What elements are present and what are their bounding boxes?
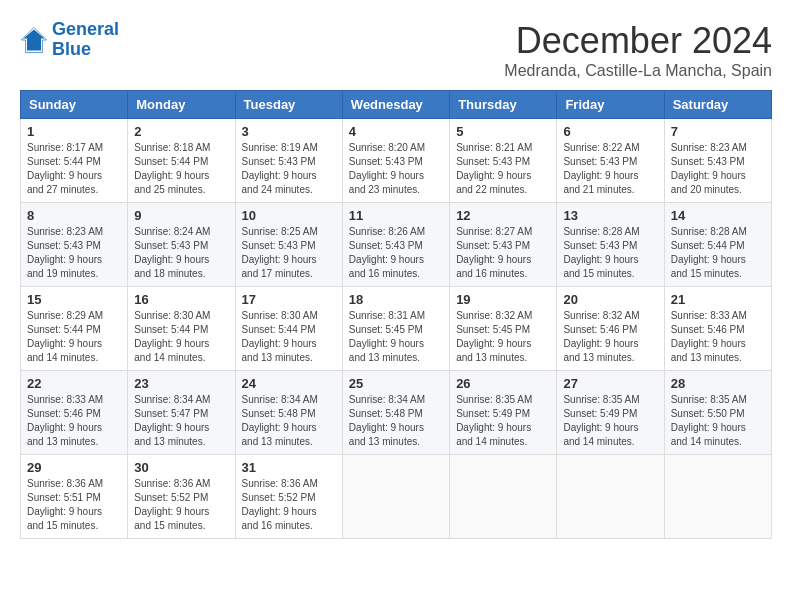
day-info: Sunrise: 8:34 AM Sunset: 5:47 PM Dayligh… — [134, 393, 228, 449]
day-number: 22 — [27, 376, 121, 391]
day-number: 15 — [27, 292, 121, 307]
calendar-cell: 20 Sunrise: 8:32 AM Sunset: 5:46 PM Dayl… — [557, 287, 664, 371]
day-info: Sunrise: 8:21 AM Sunset: 5:43 PM Dayligh… — [456, 141, 550, 197]
calendar-header-tuesday: Tuesday — [235, 91, 342, 119]
day-number: 28 — [671, 376, 765, 391]
calendar-cell: 7 Sunrise: 8:23 AM Sunset: 5:43 PM Dayli… — [664, 119, 771, 203]
day-number: 17 — [242, 292, 336, 307]
calendar-cell: 2 Sunrise: 8:18 AM Sunset: 5:44 PM Dayli… — [128, 119, 235, 203]
day-info: Sunrise: 8:32 AM Sunset: 5:46 PM Dayligh… — [563, 309, 657, 365]
day-number: 21 — [671, 292, 765, 307]
day-info: Sunrise: 8:34 AM Sunset: 5:48 PM Dayligh… — [242, 393, 336, 449]
day-number: 14 — [671, 208, 765, 223]
calendar-week-1: 1 Sunrise: 8:17 AM Sunset: 5:44 PM Dayli… — [21, 119, 772, 203]
calendar-week-2: 8 Sunrise: 8:23 AM Sunset: 5:43 PM Dayli… — [21, 203, 772, 287]
calendar-cell: 10 Sunrise: 8:25 AM Sunset: 5:43 PM Dayl… — [235, 203, 342, 287]
page-header: General Blue December 2024 Medranda, Cas… — [20, 20, 772, 80]
calendar-cell: 22 Sunrise: 8:33 AM Sunset: 5:46 PM Dayl… — [21, 371, 128, 455]
calendar-cell: 14 Sunrise: 8:28 AM Sunset: 5:44 PM Dayl… — [664, 203, 771, 287]
calendar-cell: 13 Sunrise: 8:28 AM Sunset: 5:43 PM Dayl… — [557, 203, 664, 287]
calendar-cell — [450, 455, 557, 539]
calendar-cell — [557, 455, 664, 539]
calendar-cell: 3 Sunrise: 8:19 AM Sunset: 5:43 PM Dayli… — [235, 119, 342, 203]
calendar-week-4: 22 Sunrise: 8:33 AM Sunset: 5:46 PM Dayl… — [21, 371, 772, 455]
calendar-cell: 9 Sunrise: 8:24 AM Sunset: 5:43 PM Dayli… — [128, 203, 235, 287]
svg-marker-0 — [24, 29, 45, 50]
day-number: 26 — [456, 376, 550, 391]
calendar-header-sunday: Sunday — [21, 91, 128, 119]
day-info: Sunrise: 8:17 AM Sunset: 5:44 PM Dayligh… — [27, 141, 121, 197]
day-number: 18 — [349, 292, 443, 307]
day-info: Sunrise: 8:26 AM Sunset: 5:43 PM Dayligh… — [349, 225, 443, 281]
logo: General Blue — [20, 20, 119, 60]
day-number: 25 — [349, 376, 443, 391]
day-info: Sunrise: 8:27 AM Sunset: 5:43 PM Dayligh… — [456, 225, 550, 281]
logo-line2: Blue — [52, 39, 91, 59]
day-number: 4 — [349, 124, 443, 139]
calendar-cell: 8 Sunrise: 8:23 AM Sunset: 5:43 PM Dayli… — [21, 203, 128, 287]
calendar-cell: 31 Sunrise: 8:36 AM Sunset: 5:52 PM Dayl… — [235, 455, 342, 539]
calendar-cell — [664, 455, 771, 539]
calendar-week-3: 15 Sunrise: 8:29 AM Sunset: 5:44 PM Dayl… — [21, 287, 772, 371]
day-info: Sunrise: 8:19 AM Sunset: 5:43 PM Dayligh… — [242, 141, 336, 197]
day-info: Sunrise: 8:36 AM Sunset: 5:52 PM Dayligh… — [134, 477, 228, 533]
day-info: Sunrise: 8:31 AM Sunset: 5:45 PM Dayligh… — [349, 309, 443, 365]
calendar-body: 1 Sunrise: 8:17 AM Sunset: 5:44 PM Dayli… — [21, 119, 772, 539]
day-number: 31 — [242, 460, 336, 475]
calendar-table: SundayMondayTuesdayWednesdayThursdayFrid… — [20, 90, 772, 539]
calendar-week-5: 29 Sunrise: 8:36 AM Sunset: 5:51 PM Dayl… — [21, 455, 772, 539]
calendar-cell: 16 Sunrise: 8:30 AM Sunset: 5:44 PM Dayl… — [128, 287, 235, 371]
calendar-cell: 21 Sunrise: 8:33 AM Sunset: 5:46 PM Dayl… — [664, 287, 771, 371]
day-number: 29 — [27, 460, 121, 475]
day-number: 8 — [27, 208, 121, 223]
day-info: Sunrise: 8:35 AM Sunset: 5:50 PM Dayligh… — [671, 393, 765, 449]
day-number: 5 — [456, 124, 550, 139]
calendar-cell: 17 Sunrise: 8:30 AM Sunset: 5:44 PM Dayl… — [235, 287, 342, 371]
day-info: Sunrise: 8:35 AM Sunset: 5:49 PM Dayligh… — [563, 393, 657, 449]
logo-text: General Blue — [52, 20, 119, 60]
day-number: 16 — [134, 292, 228, 307]
calendar-cell: 23 Sunrise: 8:34 AM Sunset: 5:47 PM Dayl… — [128, 371, 235, 455]
day-info: Sunrise: 8:23 AM Sunset: 5:43 PM Dayligh… — [27, 225, 121, 281]
day-number: 9 — [134, 208, 228, 223]
calendar-cell: 26 Sunrise: 8:35 AM Sunset: 5:49 PM Dayl… — [450, 371, 557, 455]
calendar-cell: 15 Sunrise: 8:29 AM Sunset: 5:44 PM Dayl… — [21, 287, 128, 371]
calendar-cell: 4 Sunrise: 8:20 AM Sunset: 5:43 PM Dayli… — [342, 119, 449, 203]
day-number: 10 — [242, 208, 336, 223]
calendar-cell: 6 Sunrise: 8:22 AM Sunset: 5:43 PM Dayli… — [557, 119, 664, 203]
day-number: 7 — [671, 124, 765, 139]
day-number: 30 — [134, 460, 228, 475]
calendar-header-wednesday: Wednesday — [342, 91, 449, 119]
day-number: 13 — [563, 208, 657, 223]
calendar-header-saturday: Saturday — [664, 91, 771, 119]
day-info: Sunrise: 8:30 AM Sunset: 5:44 PM Dayligh… — [242, 309, 336, 365]
day-number: 1 — [27, 124, 121, 139]
day-info: Sunrise: 8:32 AM Sunset: 5:45 PM Dayligh… — [456, 309, 550, 365]
day-number: 3 — [242, 124, 336, 139]
day-number: 2 — [134, 124, 228, 139]
calendar-cell: 18 Sunrise: 8:31 AM Sunset: 5:45 PM Dayl… — [342, 287, 449, 371]
calendar-cell: 11 Sunrise: 8:26 AM Sunset: 5:43 PM Dayl… — [342, 203, 449, 287]
logo-icon — [20, 26, 48, 54]
calendar-header-friday: Friday — [557, 91, 664, 119]
day-info: Sunrise: 8:20 AM Sunset: 5:43 PM Dayligh… — [349, 141, 443, 197]
day-info: Sunrise: 8:28 AM Sunset: 5:44 PM Dayligh… — [671, 225, 765, 281]
day-number: 20 — [563, 292, 657, 307]
day-info: Sunrise: 8:35 AM Sunset: 5:49 PM Dayligh… — [456, 393, 550, 449]
day-info: Sunrise: 8:29 AM Sunset: 5:44 PM Dayligh… — [27, 309, 121, 365]
calendar-header-thursday: Thursday — [450, 91, 557, 119]
calendar-cell: 25 Sunrise: 8:34 AM Sunset: 5:48 PM Dayl… — [342, 371, 449, 455]
day-number: 27 — [563, 376, 657, 391]
day-info: Sunrise: 8:18 AM Sunset: 5:44 PM Dayligh… — [134, 141, 228, 197]
title-area: December 2024 Medranda, Castille-La Manc… — [504, 20, 772, 80]
day-info: Sunrise: 8:33 AM Sunset: 5:46 PM Dayligh… — [671, 309, 765, 365]
calendar-cell — [342, 455, 449, 539]
day-number: 19 — [456, 292, 550, 307]
calendar-header-row: SundayMondayTuesdayWednesdayThursdayFrid… — [21, 91, 772, 119]
day-info: Sunrise: 8:33 AM Sunset: 5:46 PM Dayligh… — [27, 393, 121, 449]
day-number: 24 — [242, 376, 336, 391]
logo-line1: General — [52, 19, 119, 39]
calendar-cell: 12 Sunrise: 8:27 AM Sunset: 5:43 PM Dayl… — [450, 203, 557, 287]
calendar-cell: 5 Sunrise: 8:21 AM Sunset: 5:43 PM Dayli… — [450, 119, 557, 203]
calendar-cell: 19 Sunrise: 8:32 AM Sunset: 5:45 PM Dayl… — [450, 287, 557, 371]
